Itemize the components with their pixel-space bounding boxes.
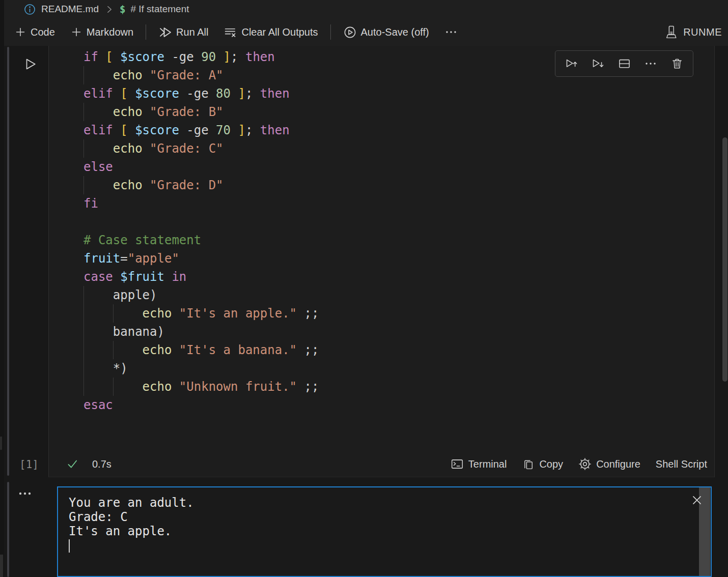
code-line: elif [ $score -ge 70 ]; then (83, 121, 714, 139)
notebook-toolbar: Code Markdown Run All Clear (0, 18, 728, 46)
code-line: echo "Grade: C" (83, 139, 714, 158)
toolbar-separator (330, 24, 331, 40)
copy-icon (522, 458, 535, 471)
add-code-label: Code (31, 26, 55, 38)
code-line: case $fruit in (83, 268, 714, 286)
terminal-label: Terminal (468, 458, 507, 470)
code-line: *) (83, 359, 714, 378)
output-line: You are an adult. (69, 496, 711, 510)
breadcrumb-section[interactable]: # If statement (130, 4, 189, 15)
terminal-cursor-line (69, 538, 711, 553)
code-line: apple) (83, 286, 714, 304)
execution-count: [1] (19, 457, 39, 472)
runme-brand[interactable]: RUNME (664, 25, 728, 40)
auto-save-toggle[interactable]: Auto-Save (off) (343, 25, 429, 39)
code-line (83, 414, 714, 432)
editor-scrollbar[interactable] (722, 137, 727, 382)
code-line: echo "Grade: B" (83, 103, 714, 121)
terminal-output-text[interactable]: You are an adult.Grade: CIt's an apple. (58, 487, 711, 553)
cell-focus-bar (7, 47, 9, 476)
terminal-output-panel[interactable]: You are an adult.Grade: CIt's an apple. (57, 486, 712, 577)
code-line: esac (83, 396, 714, 414)
code-line: elif [ $score -ge 80 ]; then (83, 84, 714, 103)
add-markdown-cell-button[interactable]: Markdown (70, 26, 133, 38)
window-edge (0, 0, 4, 577)
code-line: fruit="apple" (83, 249, 714, 268)
code-line: echo "It's a banana." ;; (83, 341, 714, 359)
breadcrumb: README.md $ # If statement (23, 0, 189, 18)
clear-all-label: Clear All Outputs (241, 26, 318, 38)
cell-status-bar: 0.7s Terminal (49, 451, 714, 477)
split-cell-button[interactable] (617, 56, 631, 71)
edge-scrollbar[interactable] (0, 555, 3, 577)
code-cell[interactable]: if [ $score -ge 90 ]; then echo "Grade: … (48, 46, 715, 477)
execute-below-button[interactable] (591, 56, 605, 71)
gear-icon (578, 457, 592, 471)
run-all-icon (158, 25, 172, 39)
runme-brand-label: RUNME (683, 26, 722, 38)
code-line: echo "Unknown fruit." ;; (83, 378, 714, 396)
auto-save-label: Auto-Save (off) (361, 26, 429, 38)
chevron-right-icon (104, 4, 115, 15)
execute-above-button[interactable] (564, 56, 578, 71)
terminal-button[interactable]: Terminal (451, 457, 507, 471)
copy-label: Copy (539, 458, 563, 470)
copy-button[interactable]: Copy (522, 458, 563, 471)
run-all-label: Run All (176, 26, 208, 38)
output-line: It's an apple. (69, 524, 711, 538)
code-line (83, 432, 714, 451)
run-all-button[interactable]: Run All (158, 25, 208, 39)
code-line: banana) (83, 323, 714, 341)
breadcrumb-file[interactable]: README.md (41, 4, 99, 15)
add-code-cell-button[interactable]: Code (14, 26, 55, 38)
play-circle-icon (343, 25, 357, 39)
add-markdown-label: Markdown (87, 26, 133, 38)
terminal-icon (451, 457, 464, 471)
configure-label: Configure (596, 458, 640, 470)
output-line: Grade: C (69, 510, 711, 524)
more-cell-actions-button[interactable] (643, 56, 658, 71)
code-line: # Case statement (83, 231, 714, 249)
configure-button[interactable]: Configure (578, 457, 640, 471)
runme-logo-icon (664, 25, 679, 40)
cell-toolbar (555, 50, 693, 77)
language-label: Shell Script (656, 458, 707, 470)
ellipsis-icon (444, 25, 458, 39)
toolbar-separator (146, 24, 146, 40)
run-cell-button[interactable] (22, 56, 39, 72)
plus-icon (14, 26, 26, 38)
close-output-button[interactable] (690, 494, 704, 507)
edge-mark (0, 437, 2, 450)
language-picker[interactable]: Shell Script (656, 458, 707, 470)
breadcrumb-shell-symbol: $ (120, 4, 125, 15)
execution-duration: 0.7s (92, 458, 111, 470)
notebook-header: README.md $ # If statement Code Markdown (0, 0, 728, 46)
success-check-icon (66, 457, 79, 471)
info-icon (23, 3, 36, 16)
notebook-main: if [ $score -ge 90 ]; then echo "Grade: … (0, 46, 728, 577)
code-line: echo "Grade: D" (83, 176, 714, 194)
clear-all-icon (223, 25, 237, 39)
delete-cell-button[interactable] (670, 56, 684, 71)
code-area[interactable]: if [ $score -ge 90 ]; then echo "Grade: … (49, 48, 714, 451)
more-actions-button[interactable] (444, 25, 458, 39)
code-line: else (83, 158, 714, 176)
code-line (83, 213, 714, 231)
code-line: echo "It's an apple." ;; (83, 304, 714, 323)
terminal-cursor (69, 539, 70, 553)
plus-icon (70, 26, 82, 38)
output-collapse-button[interactable] (18, 491, 34, 497)
code-line: fi (83, 194, 714, 213)
output-focus-bar (7, 482, 9, 577)
clear-all-outputs-button[interactable]: Clear All Outputs (223, 25, 318, 39)
